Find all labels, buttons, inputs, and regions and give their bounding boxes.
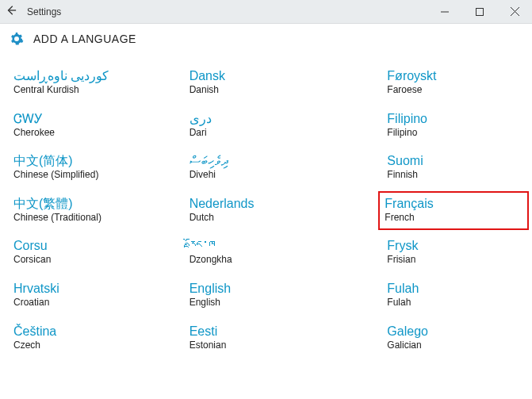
language-native-name: Eesti: [189, 324, 345, 340]
language-english-name: Galician: [387, 340, 520, 352]
language-item[interactable]: NederlandsDutch: [187, 196, 347, 224]
language-item[interactable]: རྫོང་ཁDzongkha: [187, 238, 347, 267]
close-button[interactable]: [497, 0, 532, 24]
language-native-name: Filipino: [387, 111, 520, 127]
language-item[interactable]: SuomiFinnish: [385, 153, 522, 182]
language-native-name: 中文(简体): [13, 153, 169, 169]
language-english-name: Central Kurdish: [13, 84, 169, 97]
language-item[interactable]: ދިވެހިބަސްDivehi: [187, 153, 347, 182]
language-english-name: Cherokee: [13, 127, 169, 140]
language-english-name: Danish: [189, 84, 345, 97]
language-item[interactable]: EestiEstonian: [187, 324, 347, 352]
language-english-name: Chinese (Simplified): [13, 169, 169, 182]
titlebar: Settings: [0, 0, 532, 24]
language-native-name: English: [189, 281, 345, 297]
language-item[interactable]: FulahFulah: [385, 281, 522, 309]
language-english-name: Frisian: [387, 254, 520, 267]
language-item[interactable]: FøroysktFaroese: [385, 68, 522, 97]
language-item[interactable]: FilipinoFilipino: [385, 111, 522, 140]
language-item[interactable]: کوردیی ناوەڕاستCentral Kurdish: [11, 68, 171, 97]
language-native-name: ދިވެހިބަސް: [189, 153, 345, 169]
language-native-name: རྫོང་ཁ: [189, 238, 345, 254]
language-english-name: Czech: [13, 340, 169, 352]
language-english-name: Estonian: [189, 340, 345, 352]
language-item[interactable]: GalegoGalician: [385, 324, 522, 352]
language-item[interactable]: درىDari: [187, 111, 347, 140]
language-native-name: درى: [189, 111, 345, 127]
maximize-button[interactable]: [462, 0, 497, 24]
language-english-name: Corsican: [13, 254, 169, 267]
language-english-name: Filipino: [387, 127, 520, 140]
language-native-name: Frysk: [387, 238, 520, 254]
language-native-name: 中文(繁體): [13, 196, 169, 212]
svg-rect-1: [477, 8, 484, 15]
language-native-name: Fulah: [387, 281, 520, 297]
language-native-name: ᏣᎳᎩ: [13, 111, 169, 127]
language-item[interactable]: FryskFrisian: [385, 238, 522, 267]
language-english-name: Fulah: [387, 297, 520, 309]
language-item[interactable]: FrançaisFrench: [378, 191, 529, 231]
language-item[interactable]: ČeštinaCzech: [11, 324, 171, 352]
gear-icon: [10, 32, 24, 46]
language-english-name: Faroese: [387, 84, 520, 97]
language-english-name: Dutch: [189, 212, 345, 224]
language-native-name: Suomi: [387, 153, 520, 169]
language-native-name: Čeština: [13, 324, 169, 340]
language-english-name: Dari: [189, 127, 345, 140]
language-item[interactable]: CorsuCorsican: [11, 238, 171, 267]
language-native-name: Galego: [387, 324, 520, 340]
page-title: ADD A LANGUAGE: [33, 33, 136, 45]
language-english-name: Chinese (Traditional): [13, 212, 169, 224]
language-item[interactable]: EnglishEnglish: [187, 281, 347, 309]
language-item[interactable]: DanskDanish: [187, 68, 347, 97]
language-english-name: Croatian: [13, 297, 169, 309]
page-header: ADD A LANGUAGE: [0, 24, 532, 54]
language-item[interactable]: HrvatskiCroatian: [11, 281, 171, 309]
language-native-name: کوردیی ناوەڕاست: [13, 68, 169, 84]
language-english-name: Dzongkha: [189, 254, 345, 267]
language-english-name: Divehi: [189, 169, 345, 182]
language-item[interactable]: ᏣᎳᎩCherokee: [11, 111, 171, 140]
language-native-name: Français: [385, 196, 522, 212]
back-button[interactable]: [0, 5, 22, 18]
language-native-name: Føroyskt: [387, 68, 520, 84]
language-native-name: Nederlands: [189, 196, 345, 212]
minimize-button[interactable]: [427, 0, 462, 24]
language-native-name: Dansk: [189, 68, 345, 84]
language-english-name: French: [385, 212, 522, 224]
language-native-name: Corsu: [13, 238, 169, 254]
language-native-name: Hrvatski: [13, 281, 169, 297]
language-item[interactable]: 中文(简体)Chinese (Simplified): [11, 153, 171, 182]
language-item[interactable]: 中文(繁體)Chinese (Traditional): [11, 196, 171, 224]
language-english-name: Finnish: [387, 169, 520, 182]
language-grid: کوردیی ناوەڕاستCentral KurdishDanskDanis…: [0, 54, 532, 359]
language-english-name: English: [189, 297, 345, 309]
window-title: Settings: [22, 6, 61, 17]
